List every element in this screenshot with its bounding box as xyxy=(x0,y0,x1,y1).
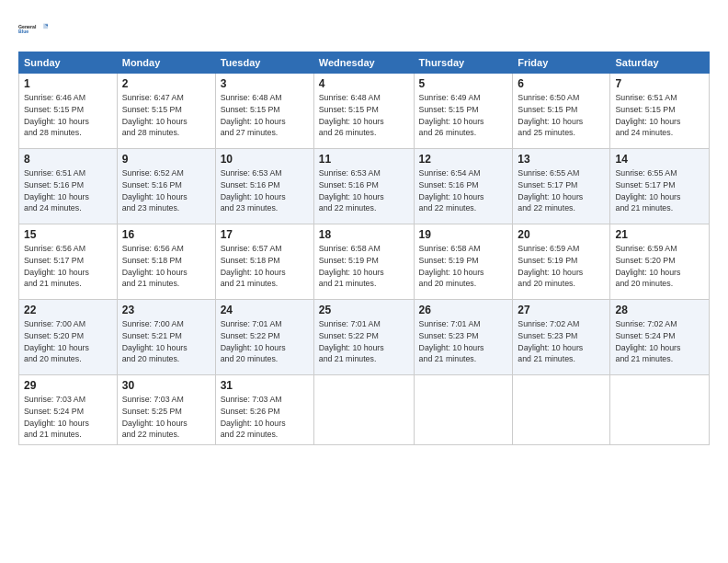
day-detail: Sunrise: 7:01 AMSunset: 5:23 PMDaylight:… xyxy=(419,318,508,365)
day-detail: Sunrise: 6:50 AMSunset: 5:15 PMDaylight:… xyxy=(518,92,605,139)
calendar-week-row: 15Sunrise: 6:56 AMSunset: 5:17 PMDayligh… xyxy=(19,224,710,300)
day-detail: Sunrise: 6:55 AMSunset: 5:17 PMDaylight:… xyxy=(615,167,704,214)
day-number: 26 xyxy=(419,304,508,316)
day-number: 14 xyxy=(615,153,704,166)
day-detail: Sunrise: 7:03 AMSunset: 5:26 PMDaylight:… xyxy=(221,394,309,441)
calendar-cell xyxy=(513,375,610,445)
day-number: 22 xyxy=(24,304,112,316)
day-number: 27 xyxy=(518,304,605,316)
calendar-cell: 3Sunrise: 6:48 AMSunset: 5:15 PMDaylight… xyxy=(215,74,313,149)
calendar-cell: 11Sunrise: 6:53 AMSunset: 5:16 PMDayligh… xyxy=(313,149,414,224)
day-detail: Sunrise: 6:54 AMSunset: 5:16 PMDaylight:… xyxy=(419,167,508,214)
day-number: 19 xyxy=(419,228,508,241)
calendar-header-row: SundayMondayTuesdayWednesdayThursdayFrid… xyxy=(19,52,710,74)
calendar-cell: 19Sunrise: 6:58 AMSunset: 5:19 PMDayligh… xyxy=(414,224,513,300)
day-detail: Sunrise: 6:59 AMSunset: 5:20 PMDaylight:… xyxy=(615,243,704,290)
day-detail: Sunrise: 6:48 AMSunset: 5:15 PMDaylight:… xyxy=(221,92,309,139)
calendar-cell: 6Sunrise: 6:50 AMSunset: 5:15 PMDaylight… xyxy=(513,74,610,149)
calendar-cell: 25Sunrise: 7:01 AMSunset: 5:22 PMDayligh… xyxy=(313,300,414,375)
day-number: 24 xyxy=(221,304,309,316)
column-header-monday: Monday xyxy=(117,52,215,74)
calendar-cell: 9Sunrise: 6:52 AMSunset: 5:16 PMDaylight… xyxy=(117,149,215,224)
calendar-cell: 20Sunrise: 6:59 AMSunset: 5:19 PMDayligh… xyxy=(513,224,610,300)
day-number: 5 xyxy=(419,77,508,90)
day-number: 17 xyxy=(221,228,309,241)
day-detail: Sunrise: 7:01 AMSunset: 5:22 PMDaylight:… xyxy=(221,318,309,365)
calendar-cell: 26Sunrise: 7:01 AMSunset: 5:23 PMDayligh… xyxy=(414,300,513,375)
day-number: 30 xyxy=(122,379,210,392)
calendar-cell: 12Sunrise: 6:54 AMSunset: 5:16 PMDayligh… xyxy=(414,149,513,224)
day-number: 11 xyxy=(319,153,409,166)
calendar-table: SundayMondayTuesdayWednesdayThursdayFrid… xyxy=(18,52,710,445)
day-detail: Sunrise: 7:03 AMSunset: 5:24 PMDaylight:… xyxy=(24,394,112,441)
calendar-cell: 4Sunrise: 6:48 AMSunset: 5:15 PMDaylight… xyxy=(313,74,414,149)
calendar-cell: 5Sunrise: 6:49 AMSunset: 5:15 PMDaylight… xyxy=(414,74,513,149)
day-number: 20 xyxy=(518,228,605,241)
header: General Blue xyxy=(18,17,710,42)
day-detail: Sunrise: 6:49 AMSunset: 5:15 PMDaylight:… xyxy=(419,92,508,139)
calendar-cell: 17Sunrise: 6:57 AMSunset: 5:18 PMDayligh… xyxy=(215,224,313,300)
day-detail: Sunrise: 6:53 AMSunset: 5:16 PMDaylight:… xyxy=(319,167,409,214)
day-number: 16 xyxy=(122,228,210,241)
day-number: 3 xyxy=(221,77,309,90)
calendar-cell xyxy=(414,375,513,445)
logo: General Blue xyxy=(18,17,48,42)
day-detail: Sunrise: 6:46 AMSunset: 5:15 PMDaylight:… xyxy=(24,92,112,139)
day-detail: Sunrise: 7:02 AMSunset: 5:23 PMDaylight:… xyxy=(518,318,605,365)
calendar-cell: 10Sunrise: 6:53 AMSunset: 5:16 PMDayligh… xyxy=(215,149,313,224)
calendar-cell xyxy=(610,375,710,445)
calendar-cell: 28Sunrise: 7:02 AMSunset: 5:24 PMDayligh… xyxy=(610,300,710,375)
calendar-cell: 27Sunrise: 7:02 AMSunset: 5:23 PMDayligh… xyxy=(513,300,610,375)
day-number: 12 xyxy=(419,153,508,166)
day-number: 13 xyxy=(518,153,605,166)
day-number: 23 xyxy=(122,304,210,316)
calendar-cell: 30Sunrise: 7:03 AMSunset: 5:25 PMDayligh… xyxy=(117,375,215,445)
day-number: 15 xyxy=(24,228,112,241)
day-detail: Sunrise: 6:59 AMSunset: 5:19 PMDaylight:… xyxy=(518,243,605,290)
day-number: 6 xyxy=(518,77,605,90)
column-header-saturday: Saturday xyxy=(610,52,710,74)
day-detail: Sunrise: 7:01 AMSunset: 5:22 PMDaylight:… xyxy=(319,318,409,365)
day-detail: Sunrise: 6:58 AMSunset: 5:19 PMDaylight:… xyxy=(419,243,508,290)
column-header-tuesday: Tuesday xyxy=(215,52,313,74)
svg-text:Blue: Blue xyxy=(18,29,28,34)
day-number: 2 xyxy=(122,77,210,90)
calendar-container: General Blue SundayMondayTuesdayWednesda… xyxy=(0,0,728,563)
day-detail: Sunrise: 7:03 AMSunset: 5:25 PMDaylight:… xyxy=(122,394,210,441)
day-number: 29 xyxy=(24,379,112,392)
day-number: 31 xyxy=(221,379,309,392)
day-number: 10 xyxy=(221,153,309,166)
day-detail: Sunrise: 6:51 AMSunset: 5:16 PMDaylight:… xyxy=(24,167,112,214)
logo-icon: General Blue xyxy=(18,17,48,42)
calendar-cell: 18Sunrise: 6:58 AMSunset: 5:19 PMDayligh… xyxy=(313,224,414,300)
calendar-cell: 21Sunrise: 6:59 AMSunset: 5:20 PMDayligh… xyxy=(610,224,710,300)
calendar-cell: 15Sunrise: 6:56 AMSunset: 5:17 PMDayligh… xyxy=(19,224,118,300)
calendar-cell: 14Sunrise: 6:55 AMSunset: 5:17 PMDayligh… xyxy=(610,149,710,224)
calendar-week-row: 1Sunrise: 6:46 AMSunset: 5:15 PMDaylight… xyxy=(19,74,710,149)
day-number: 7 xyxy=(615,77,704,90)
column-header-sunday: Sunday xyxy=(19,52,118,74)
day-detail: Sunrise: 7:02 AMSunset: 5:24 PMDaylight:… xyxy=(615,318,704,365)
calendar-cell: 16Sunrise: 6:56 AMSunset: 5:18 PMDayligh… xyxy=(117,224,215,300)
day-number: 18 xyxy=(319,228,409,241)
day-detail: Sunrise: 6:53 AMSunset: 5:16 PMDaylight:… xyxy=(221,167,309,214)
calendar-week-row: 22Sunrise: 7:00 AMSunset: 5:20 PMDayligh… xyxy=(19,300,710,375)
calendar-cell: 24Sunrise: 7:01 AMSunset: 5:22 PMDayligh… xyxy=(215,300,313,375)
day-detail: Sunrise: 7:00 AMSunset: 5:21 PMDaylight:… xyxy=(122,318,210,365)
calendar-cell: 1Sunrise: 6:46 AMSunset: 5:15 PMDaylight… xyxy=(19,74,118,149)
calendar-cell: 22Sunrise: 7:00 AMSunset: 5:20 PMDayligh… xyxy=(19,300,118,375)
day-number: 21 xyxy=(615,228,704,241)
day-detail: Sunrise: 7:00 AMSunset: 5:20 PMDaylight:… xyxy=(24,318,112,365)
column-header-friday: Friday xyxy=(513,52,610,74)
day-detail: Sunrise: 6:58 AMSunset: 5:19 PMDaylight:… xyxy=(319,243,409,290)
day-number: 9 xyxy=(122,153,210,166)
day-detail: Sunrise: 6:57 AMSunset: 5:18 PMDaylight:… xyxy=(221,243,309,290)
day-number: 4 xyxy=(319,77,409,90)
column-header-wednesday: Wednesday xyxy=(313,52,414,74)
calendar-cell: 13Sunrise: 6:55 AMSunset: 5:17 PMDayligh… xyxy=(513,149,610,224)
day-detail: Sunrise: 6:47 AMSunset: 5:15 PMDaylight:… xyxy=(122,92,210,139)
calendar-cell: 23Sunrise: 7:00 AMSunset: 5:21 PMDayligh… xyxy=(117,300,215,375)
calendar-cell: 8Sunrise: 6:51 AMSunset: 5:16 PMDaylight… xyxy=(19,149,118,224)
day-number: 8 xyxy=(24,153,112,166)
day-detail: Sunrise: 6:56 AMSunset: 5:17 PMDaylight:… xyxy=(24,243,112,290)
